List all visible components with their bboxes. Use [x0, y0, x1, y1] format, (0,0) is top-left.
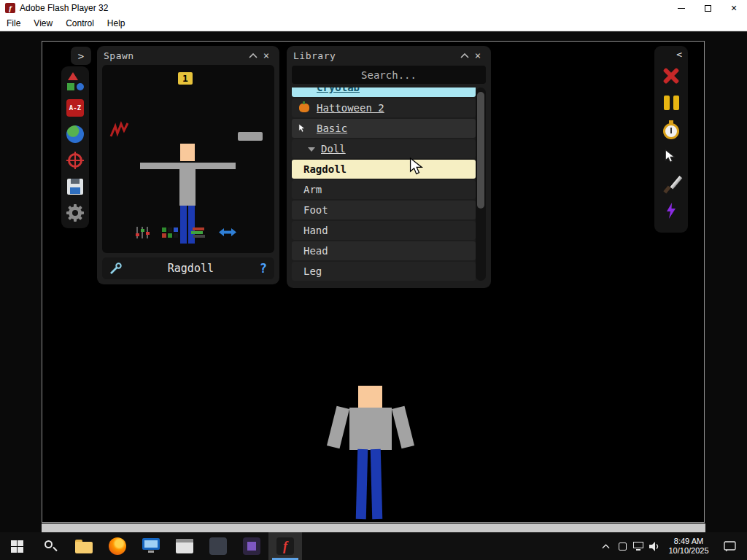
library-item-label: Arm — [292, 184, 322, 195]
floppy-icon — [67, 179, 83, 195]
library-item-label: Leg — [292, 265, 322, 277]
library-item-ragdoll[interactable]: Ragdoll — [292, 160, 476, 179]
notification-center-button[interactable] — [715, 532, 744, 560]
window-controls: × — [668, 0, 747, 16]
mouse-cursor — [409, 157, 425, 176]
tray-generic-button[interactable] — [614, 532, 630, 560]
library-scrollbar[interactable] — [476, 88, 486, 281]
left-toolbar: A-Z — [61, 66, 89, 228]
library-item-hand[interactable]: Hand — [292, 221, 476, 240]
volume-icon — [649, 542, 660, 551]
library-search-box — [292, 66, 486, 84]
timer-button[interactable] — [658, 116, 684, 143]
menu-help[interactable]: Help — [101, 18, 132, 28]
spawn-count-badge: 1 — [178, 72, 193, 85]
spawn-collapse-button[interactable] — [247, 49, 260, 62]
taskbar-app-monitor[interactable] — [134, 532, 168, 560]
lightning-tool-button[interactable] — [658, 197, 684, 224]
chevron-up-icon — [460, 53, 469, 58]
flash-app-icon-letter: f — [9, 4, 12, 12]
start-button[interactable] — [0, 532, 34, 560]
purple-app-icon — [243, 537, 260, 555]
knife-tool-button[interactable] — [658, 170, 684, 197]
close-icon: × — [731, 2, 737, 14]
window-title: Adobe Flash Player 32 — [20, 3, 108, 13]
library-item-label: Cryolab — [292, 88, 360, 93]
cursor-tool-button[interactable] — [658, 143, 684, 170]
ragdoll-left-leg[interactable] — [356, 449, 368, 519]
spawn-panel: Spawn × 1 — [97, 46, 279, 284]
sort-az-icon: A-Z — [66, 99, 84, 117]
taskbar-app-gray[interactable] — [201, 532, 235, 560]
pause-button[interactable] — [658, 89, 684, 116]
chevron-up-icon — [602, 544, 610, 549]
folder-icon — [75, 540, 93, 553]
save-button[interactable] — [63, 175, 87, 198]
spawn-preview[interactable]: 1 — [102, 65, 274, 253]
shapes-icon — [66, 72, 85, 91]
chevron-right-icon: > — [78, 50, 84, 62]
taskbar-app-purple[interactable] — [235, 532, 268, 560]
right-toolbar: < — [654, 46, 688, 233]
library-collapse-button[interactable] — [458, 49, 471, 62]
taskbar-search-button[interactable] — [34, 532, 67, 560]
taskbar-clock[interactable]: 8:49 AM 10/10/2025 — [662, 532, 715, 560]
close-button[interactable]: × — [721, 0, 747, 16]
spawn-footer: Ragdoll ? — [102, 257, 274, 279]
taskbar-app-firefox[interactable] — [101, 532, 134, 560]
minimize-button[interactable] — [668, 0, 694, 16]
spawn-close-button[interactable]: × — [260, 49, 273, 62]
library-item-label: Ragdoll — [292, 163, 347, 175]
ragdoll-torso[interactable] — [349, 408, 392, 450]
delete-button[interactable] — [658, 62, 684, 89]
pumpkin-icon — [299, 104, 309, 112]
library-item-leg[interactable]: Leg — [292, 262, 476, 281]
search-icon — [44, 540, 57, 553]
menu-control[interactable]: Control — [59, 18, 101, 28]
world-button[interactable] — [63, 122, 87, 146]
right-toolbar-collapse[interactable]: < — [654, 46, 688, 62]
chevron-left-icon: < — [676, 49, 682, 60]
color-grid-icon — [162, 228, 178, 238]
chevron-up-icon — [249, 53, 258, 58]
library-item-arm[interactable]: Arm — [292, 180, 476, 199]
spawn-selected-name: Ragdoll — [122, 262, 260, 275]
library-list: Cryolab Hattoween 2 Basic Doll Ragdoll A… — [292, 88, 476, 281]
notification-icon — [724, 541, 736, 552]
preview-ragdoll-head — [180, 144, 195, 161]
maximize-button[interactable] — [694, 0, 721, 16]
help-button[interactable]: ? — [260, 261, 267, 276]
library-close-button[interactable]: × — [471, 49, 484, 62]
chevron-down-icon — [308, 147, 315, 152]
knife-icon — [661, 174, 681, 194]
sort-az-button[interactable]: A-Z — [63, 96, 87, 120]
tray-volume-button[interactable] — [646, 532, 662, 560]
spawn-expand-tab[interactable]: > — [71, 47, 91, 65]
ragdoll-head[interactable] — [358, 386, 382, 408]
library-item-head[interactable]: Head — [292, 241, 476, 260]
red-x-icon — [662, 66, 681, 85]
settings-button[interactable] — [63, 201, 87, 225]
taskbar-app-flash[interactable]: f — [268, 532, 302, 560]
library-item-basic[interactable]: Basic — [292, 119, 476, 138]
library-item-cryolab[interactable]: Cryolab — [292, 88, 476, 97]
tray-square-icon — [619, 542, 627, 551]
flash-icon: f — [276, 537, 294, 555]
wrench-icon[interactable] — [109, 262, 122, 275]
menu-file[interactable]: File — [0, 18, 27, 28]
menu-view[interactable]: View — [27, 18, 59, 28]
close-icon: × — [475, 50, 481, 61]
tray-expand-button[interactable] — [597, 532, 614, 560]
ragdoll-right-leg[interactable] — [371, 449, 383, 519]
library-scrollbar-thumb[interactable] — [477, 92, 484, 209]
taskbar-app-window[interactable] — [168, 532, 201, 560]
spawn-shapes-button[interactable] — [63, 70, 87, 93]
target-button[interactable] — [63, 149, 87, 172]
tray-network-button[interactable] — [630, 532, 646, 560]
preview-ragdoll-torso — [179, 169, 196, 206]
taskbar-app-explorer[interactable] — [67, 532, 101, 560]
library-item-doll[interactable]: Doll — [292, 139, 476, 158]
library-item-foot[interactable]: Foot — [292, 201, 476, 219]
library-item-hattoween[interactable]: Hattoween 2 — [292, 98, 476, 117]
search-input[interactable] — [292, 66, 486, 84]
